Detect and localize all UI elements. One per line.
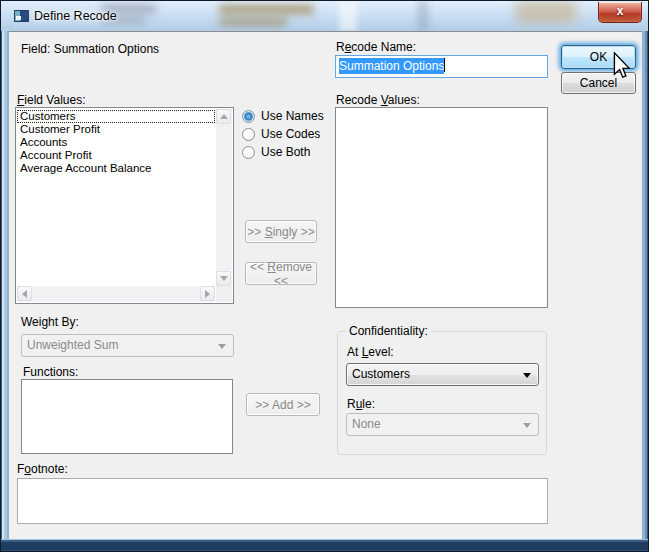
singly-pre: >> (247, 225, 264, 239)
field-values-label-post: ield Values: (24, 93, 85, 107)
arrow-right-icon (205, 290, 210, 298)
window-frame-left (1, 31, 9, 539)
list-item[interactable]: Account Profit (17, 149, 215, 162)
list-item[interactable]: Customers (17, 110, 215, 123)
glass-blur-decoration (219, 18, 287, 26)
recode-name-label: Recode Name: (336, 40, 416, 54)
recode-values-label: Recode Values: (336, 93, 420, 107)
arrow-up-icon (220, 114, 228, 119)
selected-text: Summation Options (339, 58, 444, 74)
rule-combobox[interactable]: None (346, 413, 539, 436)
define-recode-dialog: Define Recode x Field: Summation Options… (0, 0, 649, 552)
window-frame-bottom (1, 539, 649, 552)
at-level-label-post: evel: (368, 345, 393, 359)
app-window-icon (14, 10, 29, 22)
at-level-label-pre: At (347, 345, 362, 359)
radio-unselected-icon (242, 146, 255, 159)
singly-post: ingly >> (273, 225, 315, 239)
window-title: Define Recode (34, 9, 117, 23)
weight-by-combobox[interactable]: Unweighted Sum (21, 334, 234, 357)
functions-label: Functions: (23, 365, 78, 379)
use-codes-radio[interactable]: Use Codes (242, 127, 320, 141)
weight-by-value: Unweighted Sum (27, 338, 118, 352)
rule-label: Rule: (347, 397, 375, 411)
scroll-right-button[interactable] (200, 286, 215, 301)
recode-name-input[interactable]: Summation Options (335, 55, 548, 78)
singly-mnemonic: S (265, 225, 273, 239)
field-info-label: Field: Summation Options (21, 42, 159, 56)
titlebar[interactable]: Define Recode x (1, 1, 649, 31)
list-item[interactable]: Average Account Balance (17, 162, 215, 175)
radio-selected-icon (242, 110, 255, 123)
arrow-down-icon (220, 276, 228, 281)
rule-value: None (352, 417, 381, 431)
scroll-up-button[interactable] (216, 109, 231, 124)
recode-values-label-mnemonic: V (381, 93, 388, 107)
use-names-radio[interactable]: Use Names (242, 109, 324, 123)
text-caret (444, 58, 445, 72)
remove-mnemonic: R (267, 260, 276, 274)
window-frame-right (642, 31, 649, 539)
footnote-input[interactable] (17, 478, 548, 524)
glass-blur-decoration (339, 1, 357, 31)
field-values-listbox[interactable]: Customers Customer Profit Accounts Accou… (15, 107, 234, 304)
use-both-label: Use Both (261, 145, 310, 159)
confidentiality-group-label: Confidentiality: (346, 324, 431, 338)
weight-by-label: Weight By: (21, 315, 79, 329)
vertical-scrollbar[interactable] (216, 109, 232, 286)
scroll-down-button[interactable] (216, 271, 231, 286)
list-item[interactable]: Accounts (17, 136, 215, 149)
glass-blur-decoration (219, 5, 314, 14)
remove-post: emove << (274, 260, 312, 288)
singly-button[interactable]: >> Singly >> (245, 220, 317, 243)
recode-values-listbox[interactable] (335, 107, 548, 308)
glass-blur-decoration (516, 1, 576, 23)
field-values-label: Field Values: (17, 93, 86, 107)
horizontal-scrollbar[interactable] (17, 286, 215, 302)
chevron-down-icon (523, 373, 531, 378)
add-button[interactable]: >> Add >> (246, 393, 320, 416)
scrollbar-corner (216, 286, 232, 302)
functions-listbox[interactable] (21, 379, 233, 454)
rule-label-post: le: (362, 397, 375, 411)
use-names-label: Use Names (261, 109, 324, 123)
mouse-cursor-icon (613, 52, 631, 79)
recode-name-label-post: code Name: (351, 40, 416, 54)
at-level-label: At Level: (347, 345, 394, 359)
radio-unselected-icon (242, 128, 255, 141)
at-level-value: Customers (352, 367, 410, 381)
close-button[interactable]: x (598, 2, 642, 23)
remove-button[interactable]: << Remove << (245, 262, 317, 285)
chevron-down-icon (523, 423, 531, 428)
remove-button-label: << Remove << (246, 260, 316, 288)
singly-button-label: >> Singly >> (247, 225, 314, 239)
list-item[interactable]: Customer Profit (17, 123, 215, 136)
at-level-combobox[interactable]: Customers (346, 363, 539, 386)
remove-pre: << (250, 260, 267, 274)
chevron-down-icon (218, 344, 226, 349)
recode-values-label-post: alues: (388, 93, 420, 107)
use-codes-label: Use Codes (261, 127, 320, 141)
recode-values-label-pre: Recode (336, 93, 381, 107)
arrow-left-icon (22, 290, 27, 298)
close-icon: x (617, 4, 624, 18)
recode-name-label-pre: R (336, 40, 345, 54)
footnote-label: Footnote: (17, 462, 68, 476)
footnote-label-post: otnote: (31, 462, 68, 476)
scroll-left-button[interactable] (17, 286, 32, 301)
rule-label-pre: R (347, 397, 356, 411)
use-both-radio[interactable]: Use Both (242, 145, 310, 159)
glass-blur-decoration (417, 1, 429, 31)
